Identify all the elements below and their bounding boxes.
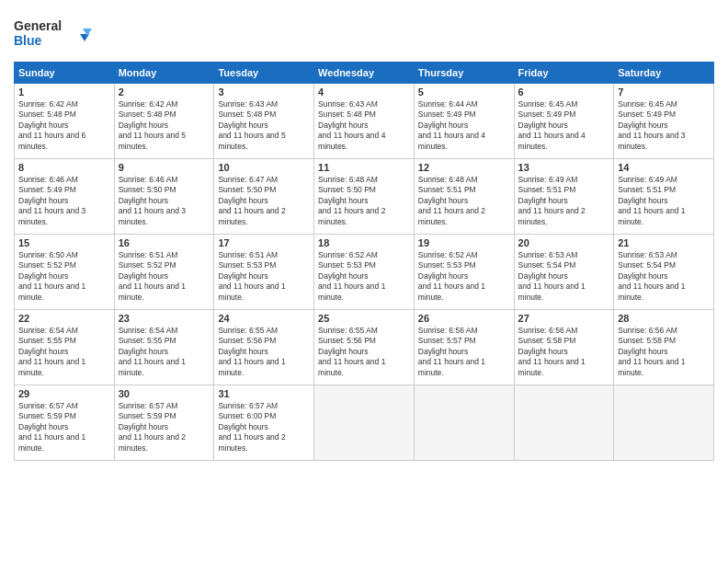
calendar-cell xyxy=(314,385,415,461)
day-detail: Sunrise: 6:57 AMSunset: 6:00 PMDaylight … xyxy=(218,401,285,453)
day-number: 16 xyxy=(119,237,210,248)
page: General Blue SundayMondayTuesdayWednesda… xyxy=(0,0,728,563)
day-detail: Sunrise: 6:53 AMSunset: 5:54 PMDaylight … xyxy=(518,250,586,302)
day-detail: Sunrise: 6:55 AMSunset: 5:56 PMDaylight … xyxy=(318,326,385,377)
weekday-header-sunday: Sunday xyxy=(15,63,115,84)
calendar-cell: 29 Sunrise: 6:57 AMSunset: 5:59 PMDaylig… xyxy=(15,385,115,461)
weekday-header-row: SundayMondayTuesdayWednesdayThursdayFrid… xyxy=(15,63,714,84)
calendar-cell: 2 Sunrise: 6:42 AMSunset: 5:48 PMDayligh… xyxy=(114,84,214,159)
weekday-header-tuesday: Tuesday xyxy=(214,63,314,84)
day-detail: Sunrise: 6:51 AMSunset: 5:52 PMDaylight … xyxy=(119,250,186,302)
calendar-cell: 13 Sunrise: 6:49 AMSunset: 5:51 PMDaylig… xyxy=(514,159,614,235)
logo: General Blue xyxy=(14,14,97,54)
calendar-cell: 1 Sunrise: 6:42 AMSunset: 5:48 PMDayligh… xyxy=(15,84,115,159)
calendar-cell: 30 Sunrise: 6:57 AMSunset: 5:59 PMDaylig… xyxy=(114,385,214,461)
calendar-cell: 20 Sunrise: 6:53 AMSunset: 5:54 PMDaylig… xyxy=(514,235,614,310)
day-detail: Sunrise: 6:45 AMSunset: 5:49 PMDaylight … xyxy=(518,99,586,151)
day-detail: Sunrise: 6:56 AMSunset: 5:57 PMDaylight … xyxy=(418,326,485,377)
calendar-cell: 22 Sunrise: 6:54 AMSunset: 5:55 PMDaylig… xyxy=(15,310,115,385)
day-number: 17 xyxy=(218,237,310,248)
weekday-header-saturday: Saturday xyxy=(614,63,714,84)
day-detail: Sunrise: 6:50 AMSunset: 5:52 PMDaylight … xyxy=(18,250,85,302)
day-detail: Sunrise: 6:47 AMSunset: 5:50 PMDaylight … xyxy=(218,175,285,226)
day-detail: Sunrise: 6:52 AMSunset: 5:53 PMDaylight … xyxy=(418,250,485,302)
day-detail: Sunrise: 6:53 AMSunset: 5:54 PMDaylight … xyxy=(618,250,685,302)
calendar-cell: 4 Sunrise: 6:43 AMSunset: 5:48 PMDayligh… xyxy=(314,84,415,159)
day-number: 18 xyxy=(318,237,410,248)
day-detail: Sunrise: 6:49 AMSunset: 5:51 PMDaylight … xyxy=(518,175,586,226)
day-number: 10 xyxy=(218,162,310,173)
calendar-cell: 16 Sunrise: 6:51 AMSunset: 5:52 PMDaylig… xyxy=(114,235,214,310)
calendar-cell: 18 Sunrise: 6:52 AMSunset: 5:53 PMDaylig… xyxy=(314,235,415,310)
svg-marker-2 xyxy=(80,34,89,41)
calendar-week-3: 15 Sunrise: 6:50 AMSunset: 5:52 PMDaylig… xyxy=(15,235,714,310)
day-detail: Sunrise: 6:43 AMSunset: 5:48 PMDaylight … xyxy=(318,99,385,151)
day-number: 20 xyxy=(518,237,610,248)
day-detail: Sunrise: 6:42 AMSunset: 5:48 PMDaylight … xyxy=(119,99,186,151)
day-detail: Sunrise: 6:54 AMSunset: 5:55 PMDaylight … xyxy=(18,326,85,377)
day-number: 24 xyxy=(218,313,310,324)
day-detail: Sunrise: 6:52 AMSunset: 5:53 PMDaylight … xyxy=(318,250,385,302)
day-number: 8 xyxy=(18,162,110,173)
day-number: 30 xyxy=(119,388,210,399)
day-number: 29 xyxy=(18,388,110,399)
day-number: 21 xyxy=(618,237,710,248)
day-number: 25 xyxy=(318,313,410,324)
day-detail: Sunrise: 6:51 AMSunset: 5:53 PMDaylight … xyxy=(218,250,285,302)
calendar-cell: 7 Sunrise: 6:45 AMSunset: 5:49 PMDayligh… xyxy=(614,84,714,159)
day-number: 4 xyxy=(318,86,410,98)
calendar-week-2: 8 Sunrise: 6:46 AMSunset: 5:49 PMDayligh… xyxy=(15,159,714,235)
calendar-cell: 25 Sunrise: 6:55 AMSunset: 5:56 PMDaylig… xyxy=(314,310,415,385)
day-number: 19 xyxy=(418,237,510,248)
day-detail: Sunrise: 6:49 AMSunset: 5:51 PMDaylight … xyxy=(618,175,685,226)
calendar-cell: 31 Sunrise: 6:57 AMSunset: 6:00 PMDaylig… xyxy=(214,385,314,461)
calendar-cell: 24 Sunrise: 6:55 AMSunset: 5:56 PMDaylig… xyxy=(214,310,314,385)
calendar-cell: 17 Sunrise: 6:51 AMSunset: 5:53 PMDaylig… xyxy=(214,235,314,310)
day-detail: Sunrise: 6:43 AMSunset: 5:48 PMDaylight … xyxy=(218,99,285,151)
day-number: 15 xyxy=(18,237,110,248)
logo-text: General Blue xyxy=(14,14,97,54)
day-number: 22 xyxy=(18,313,110,324)
day-number: 7 xyxy=(618,86,710,98)
day-detail: Sunrise: 6:48 AMSunset: 5:50 PMDaylight … xyxy=(318,175,385,226)
svg-text:Blue: Blue xyxy=(14,33,42,48)
calendar-week-5: 29 Sunrise: 6:57 AMSunset: 5:59 PMDaylig… xyxy=(15,385,714,461)
day-number: 6 xyxy=(518,86,610,98)
day-detail: Sunrise: 6:57 AMSunset: 5:59 PMDaylight … xyxy=(119,401,186,453)
day-number: 13 xyxy=(518,162,610,173)
day-number: 26 xyxy=(418,313,510,324)
day-number: 5 xyxy=(418,86,510,98)
day-detail: Sunrise: 6:44 AMSunset: 5:49 PMDaylight … xyxy=(418,99,485,151)
day-number: 23 xyxy=(119,313,210,324)
day-number: 28 xyxy=(618,313,710,324)
header: General Blue xyxy=(14,14,714,54)
day-number: 11 xyxy=(318,162,410,173)
calendar-cell: 21 Sunrise: 6:53 AMSunset: 5:54 PMDaylig… xyxy=(614,235,714,310)
calendar-cell xyxy=(514,385,614,461)
calendar-cell: 27 Sunrise: 6:56 AMSunset: 5:58 PMDaylig… xyxy=(514,310,614,385)
day-number: 9 xyxy=(119,162,210,173)
day-number: 1 xyxy=(18,86,110,98)
calendar-cell: 26 Sunrise: 6:56 AMSunset: 5:57 PMDaylig… xyxy=(414,310,514,385)
calendar-week-4: 22 Sunrise: 6:54 AMSunset: 5:55 PMDaylig… xyxy=(15,310,714,385)
calendar-cell: 3 Sunrise: 6:43 AMSunset: 5:48 PMDayligh… xyxy=(214,84,314,159)
weekday-header-thursday: Thursday xyxy=(414,63,514,84)
calendar-cell: 5 Sunrise: 6:44 AMSunset: 5:49 PMDayligh… xyxy=(414,84,514,159)
calendar-table: SundayMondayTuesdayWednesdayThursdayFrid… xyxy=(14,62,714,461)
day-detail: Sunrise: 6:54 AMSunset: 5:55 PMDaylight … xyxy=(119,326,186,377)
calendar-cell: 10 Sunrise: 6:47 AMSunset: 5:50 PMDaylig… xyxy=(214,159,314,235)
calendar-cell: 8 Sunrise: 6:46 AMSunset: 5:49 PMDayligh… xyxy=(15,159,115,235)
day-number: 2 xyxy=(119,86,210,98)
day-detail: Sunrise: 6:55 AMSunset: 5:56 PMDaylight … xyxy=(218,326,285,377)
calendar-week-1: 1 Sunrise: 6:42 AMSunset: 5:48 PMDayligh… xyxy=(15,84,714,159)
svg-text:General: General xyxy=(14,18,62,33)
day-number: 12 xyxy=(418,162,510,173)
calendar-cell xyxy=(614,385,714,461)
calendar-cell: 15 Sunrise: 6:50 AMSunset: 5:52 PMDaylig… xyxy=(15,235,115,310)
weekday-header-monday: Monday xyxy=(114,63,214,84)
day-detail: Sunrise: 6:46 AMSunset: 5:50 PMDaylight … xyxy=(119,175,186,226)
calendar-cell: 14 Sunrise: 6:49 AMSunset: 5:51 PMDaylig… xyxy=(614,159,714,235)
calendar-cell: 23 Sunrise: 6:54 AMSunset: 5:55 PMDaylig… xyxy=(114,310,214,385)
weekday-header-wednesday: Wednesday xyxy=(314,63,415,84)
day-number: 31 xyxy=(218,388,310,399)
